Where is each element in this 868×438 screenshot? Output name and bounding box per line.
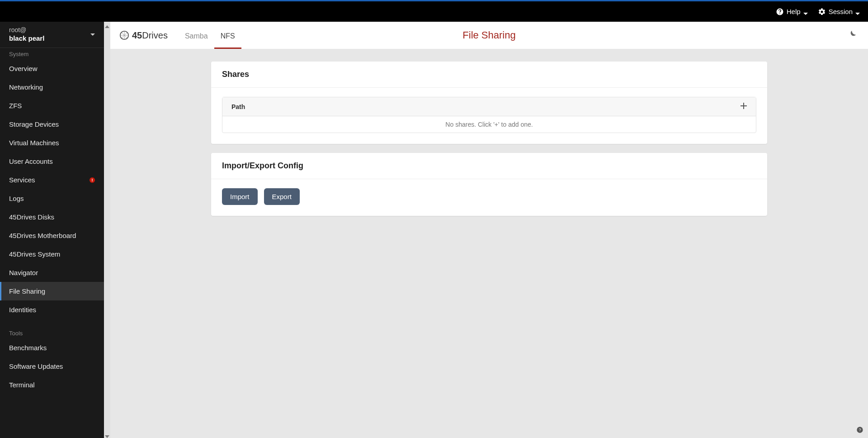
topbar: Help Session: [0, 0, 868, 22]
shares-table: Path No shares. Click '+' to add one.: [222, 97, 756, 133]
gear-icon: [818, 8, 826, 16]
sidebar: root@ black pearl System Overview Networ…: [0, 22, 104, 438]
plus-icon: [741, 103, 747, 109]
page-help-button[interactable]: ?: [856, 426, 863, 435]
content-header: 45Drives Samba NFS File Sharing: [110, 22, 868, 49]
export-button[interactable]: Export: [264, 188, 300, 205]
sidebar-item-label: 45Drives Disks: [9, 213, 54, 221]
sidebar-section-system: System: [0, 48, 104, 59]
sidebar-scrollbar[interactable]: [104, 22, 110, 438]
alert-badge-icon: [90, 177, 95, 183]
sidebar-item-storage-devices[interactable]: Storage Devices: [0, 115, 104, 133]
sidebar-item-navigator[interactable]: Navigator: [0, 263, 104, 282]
sidebar-item-label: Networking: [9, 83, 43, 91]
sidebar-item-label: Storage Devices: [9, 120, 59, 128]
caret-down-icon: [803, 12, 808, 16]
scroll-down-icon: [105, 434, 109, 438]
dark-mode-toggle[interactable]: [847, 29, 857, 41]
sidebar-item-logs[interactable]: Logs: [0, 189, 104, 208]
tabs: Samba NFS: [179, 22, 241, 49]
caret-down-icon: [90, 33, 95, 37]
sidebar-item-label: ZFS: [9, 102, 22, 110]
sidebar-item-networking[interactable]: Networking: [0, 78, 104, 96]
tab-nfs[interactable]: NFS: [214, 32, 241, 49]
help-icon: ?: [856, 426, 863, 433]
compass-icon: [119, 30, 129, 40]
sidebar-item-label: Identities: [9, 306, 36, 314]
sidebar-item-label: 45Drives System: [9, 250, 60, 258]
caret-down-icon: [855, 12, 860, 16]
host-selector[interactable]: root@ black pearl: [0, 22, 104, 48]
sidebar-user: root@: [9, 26, 44, 33]
sidebar-item-label: Navigator: [9, 269, 38, 276]
shares-empty-message: No shares. Click '+' to add one.: [222, 116, 756, 133]
help-icon: [776, 8, 784, 16]
content-area: 45Drives Samba NFS File Sharing Shares P…: [110, 22, 868, 438]
sidebar-item-label: Benchmarks: [9, 344, 47, 352]
sidebar-item-software-updates[interactable]: Software Updates: [0, 357, 104, 376]
session-menu[interactable]: Session: [818, 8, 859, 16]
import-export-card: Import/Export Config Import Export: [211, 153, 767, 216]
sidebar-item-zfs[interactable]: ZFS: [0, 96, 104, 115]
brand-prefix: 45: [132, 30, 142, 40]
sidebar-item-file-sharing[interactable]: File Sharing: [0, 282, 104, 300]
sidebar-item-terminal[interactable]: Terminal: [0, 376, 104, 394]
sidebar-item-45drives-motherboard[interactable]: 45Drives Motherboard: [0, 226, 104, 245]
sidebar-item-virtual-machines[interactable]: Virtual Machines: [0, 133, 104, 152]
sidebar-item-user-accounts[interactable]: User Accounts: [0, 152, 104, 171]
brand-logo: 45Drives: [119, 30, 168, 41]
page-title: File Sharing: [462, 29, 515, 41]
help-menu[interactable]: Help: [776, 8, 807, 16]
tab-samba[interactable]: Samba: [179, 32, 214, 49]
sidebar-item-label: Logs: [9, 195, 24, 202]
import-export-heading: Import/Export Config: [211, 153, 767, 179]
brand-suffix: Drives: [142, 30, 168, 40]
sidebar-item-label: Virtual Machines: [9, 139, 59, 147]
sidebar-item-45drives-system[interactable]: 45Drives System: [0, 245, 104, 263]
session-label: Session: [829, 8, 853, 15]
sidebar-item-services[interactable]: Services: [0, 171, 104, 189]
column-path: Path: [231, 103, 245, 110]
sidebar-section-tools: Tools: [0, 327, 104, 338]
sidebar-item-benchmarks[interactable]: Benchmarks: [0, 338, 104, 357]
sidebar-item-45drives-disks[interactable]: 45Drives Disks: [0, 208, 104, 226]
shares-heading: Shares: [211, 62, 767, 88]
add-share-button[interactable]: [741, 102, 747, 111]
help-label: Help: [787, 8, 801, 15]
sidebar-item-label: Services: [9, 176, 35, 184]
svg-text:?: ?: [859, 428, 861, 432]
shares-card: Shares Path No shares. Click '+' to add …: [211, 62, 767, 144]
sidebar-item-overview[interactable]: Overview: [0, 59, 104, 78]
sidebar-item-label: Terminal: [9, 381, 35, 389]
sidebar-host: black pearl: [9, 34, 44, 42]
sidebar-item-label: 45Drives Motherboard: [9, 232, 76, 239]
import-button[interactable]: Import: [222, 188, 258, 205]
sidebar-item-label: Overview: [9, 65, 38, 72]
sidebar-item-identities[interactable]: Identities: [0, 300, 104, 319]
scroll-up-icon: [105, 24, 109, 29]
sidebar-item-label: Software Updates: [9, 362, 63, 370]
moon-icon: [847, 29, 857, 39]
sidebar-item-label: File Sharing: [9, 287, 45, 295]
sidebar-item-label: User Accounts: [9, 157, 53, 165]
